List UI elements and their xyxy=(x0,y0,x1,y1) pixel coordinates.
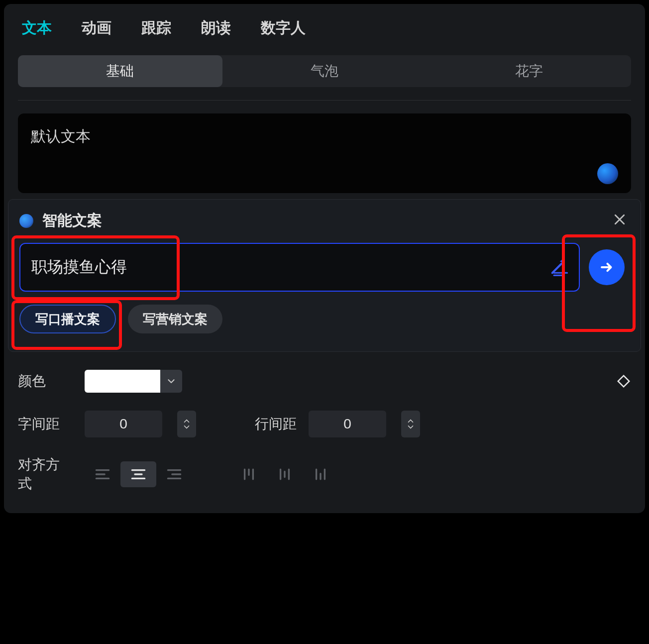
tab-read[interactable]: 朗读 xyxy=(201,18,231,38)
color-dropdown-button[interactable] xyxy=(160,370,182,393)
line-spacing-label: 行间距 xyxy=(255,415,297,433)
subtab-bubble[interactable]: 气泡 xyxy=(222,55,427,87)
align-left-button[interactable] xyxy=(85,461,120,487)
popup-header: 智能文案 xyxy=(19,211,630,231)
letter-spacing-value: 0 xyxy=(119,416,127,432)
align-row: 对齐方式 xyxy=(18,455,631,493)
tab-animation[interactable]: 动画 xyxy=(82,18,111,38)
color-picker[interactable] xyxy=(85,370,182,393)
text-content-area[interactable]: 默认文本 xyxy=(18,113,631,193)
subtab-fancy[interactable]: 花字 xyxy=(427,55,631,87)
popup-title: 智能文案 xyxy=(42,211,102,231)
chip-row: 写口播文案 写营销文案 xyxy=(19,305,630,333)
ai-orb-small-icon xyxy=(19,214,33,228)
arrow-right-icon xyxy=(598,259,615,276)
ai-input-wrap xyxy=(19,243,580,292)
line-spacing-stepper[interactable] xyxy=(401,411,420,437)
ai-input-row xyxy=(19,243,630,292)
chevron-up-icon xyxy=(406,419,415,424)
color-row: 颜色 xyxy=(18,370,631,393)
close-button[interactable] xyxy=(609,209,631,230)
ai-prompt-input[interactable] xyxy=(19,243,580,292)
submit-button[interactable] xyxy=(589,249,625,285)
vertical-align-group xyxy=(231,461,338,487)
align-center-button[interactable] xyxy=(120,461,156,487)
letter-spacing-input[interactable]: 0 xyxy=(85,411,162,437)
magic-wand-icon xyxy=(549,256,569,276)
align-left-icon xyxy=(94,467,111,481)
align-label: 对齐方式 xyxy=(18,455,73,493)
tab-text[interactable]: 文本 xyxy=(22,18,52,38)
chevron-down-icon xyxy=(406,425,415,429)
horizontal-align-group xyxy=(85,461,192,487)
chevron-down-icon xyxy=(166,376,177,387)
valign-top-icon xyxy=(240,467,257,481)
close-icon xyxy=(612,212,627,227)
color-swatch xyxy=(85,370,160,393)
chip-marketing-copy[interactable]: 写营销文案 xyxy=(128,305,222,333)
valign-top-button[interactable] xyxy=(231,461,267,487)
chevron-up-icon xyxy=(182,419,191,424)
tab-avatar[interactable]: 数字人 xyxy=(261,18,306,38)
text-content-value: 默认文本 xyxy=(31,128,91,144)
tab-track[interactable]: 跟踪 xyxy=(141,18,171,38)
top-tabs: 文本 动画 跟踪 朗读 数字人 xyxy=(4,4,645,51)
sub-tabs: 基础 气泡 花字 xyxy=(18,55,631,87)
ai-orb-icon[interactable] xyxy=(597,163,618,184)
keyframe-diamond-button[interactable] xyxy=(616,374,631,389)
divider xyxy=(18,100,631,101)
diamond-icon xyxy=(616,374,631,389)
spacing-row: 字间距 0 行间距 0 xyxy=(18,411,631,437)
align-right-button[interactable] xyxy=(156,461,192,487)
valign-bottom-button[interactable] xyxy=(303,461,338,487)
letter-spacing-label: 字间距 xyxy=(18,415,73,433)
chip-broadcast-copy[interactable]: 写口播文案 xyxy=(19,305,116,333)
align-right-icon xyxy=(166,467,183,481)
align-center-icon xyxy=(130,467,147,481)
valign-middle-icon xyxy=(276,467,293,481)
valign-middle-button[interactable] xyxy=(267,461,303,487)
chevron-down-icon xyxy=(182,425,191,429)
line-spacing-value: 0 xyxy=(343,416,351,432)
letter-spacing-stepper[interactable] xyxy=(177,411,196,437)
color-label: 颜色 xyxy=(18,372,73,391)
subtab-basic[interactable]: 基础 xyxy=(18,55,222,87)
magic-wand-button[interactable] xyxy=(549,256,569,278)
line-spacing-input[interactable]: 0 xyxy=(309,411,386,437)
smart-copy-popup: 智能文案 写口播文案 写营销文案 xyxy=(8,199,641,352)
valign-bottom-icon xyxy=(312,467,329,481)
